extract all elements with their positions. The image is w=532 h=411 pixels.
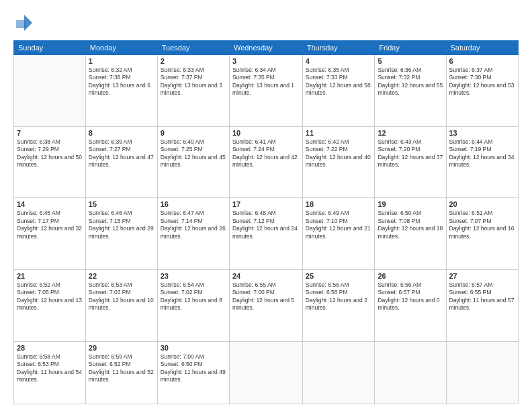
day-info: Sunrise: 6:59 AMSunset: 6:52 PMDaylight:… bbox=[89, 353, 154, 384]
weekday-header-sunday: Sunday bbox=[14, 41, 86, 55]
day-cell bbox=[14, 55, 86, 127]
day-cell: 12Sunrise: 6:43 AMSunset: 7:20 PMDayligh… bbox=[375, 126, 446, 198]
day-cell: 14Sunrise: 6:45 AMSunset: 7:17 PMDayligh… bbox=[14, 198, 86, 270]
day-info: Sunrise: 6:33 AMSunset: 7:37 PMDaylight:… bbox=[161, 66, 226, 97]
weekday-header-tuesday: Tuesday bbox=[157, 41, 229, 55]
day-info: Sunrise: 6:44 AMSunset: 7:19 PMDaylight:… bbox=[449, 138, 516, 169]
day-cell: 13Sunrise: 6:44 AMSunset: 7:19 PMDayligh… bbox=[446, 126, 519, 198]
day-info: Sunrise: 6:37 AMSunset: 7:30 PMDaylight:… bbox=[449, 66, 516, 97]
day-info: Sunrise: 6:57 AMSunset: 6:55 PMDaylight:… bbox=[449, 281, 516, 312]
day-number: 23 bbox=[161, 272, 226, 280]
day-cell bbox=[375, 341, 446, 404]
day-cell: 30Sunrise: 7:00 AMSunset: 6:50 PMDayligh… bbox=[157, 341, 229, 404]
day-number: 28 bbox=[17, 344, 83, 352]
day-cell: 22Sunrise: 6:53 AMSunset: 7:03 PMDayligh… bbox=[85, 269, 157, 341]
day-number: 13 bbox=[449, 129, 516, 137]
day-cell: 20Sunrise: 6:51 AMSunset: 7:07 PMDayligh… bbox=[446, 198, 519, 270]
day-number: 18 bbox=[306, 200, 372, 208]
day-info: Sunrise: 6:54 AMSunset: 7:02 PMDaylight:… bbox=[161, 281, 226, 312]
day-info: Sunrise: 6:43 AMSunset: 7:20 PMDaylight:… bbox=[378, 138, 443, 169]
day-number: 14 bbox=[17, 200, 83, 208]
day-info: Sunrise: 6:41 AMSunset: 7:24 PMDaylight:… bbox=[232, 138, 300, 169]
day-info: Sunrise: 6:58 AMSunset: 6:53 PMDaylight:… bbox=[17, 353, 83, 384]
day-number: 5 bbox=[378, 57, 443, 65]
week-row-2: 7Sunrise: 6:38 AMSunset: 7:29 PMDaylight… bbox=[14, 126, 519, 198]
day-number: 22 bbox=[89, 272, 154, 280]
day-info: Sunrise: 6:56 AMSunset: 6:57 PMDaylight:… bbox=[378, 281, 443, 312]
svg-marker-0 bbox=[24, 15, 32, 31]
day-info: Sunrise: 6:53 AMSunset: 7:03 PMDaylight:… bbox=[89, 281, 154, 312]
day-cell: 7Sunrise: 6:38 AMSunset: 7:29 PMDaylight… bbox=[14, 126, 86, 198]
day-info: Sunrise: 6:55 AMSunset: 7:00 PMDaylight:… bbox=[232, 281, 300, 312]
week-row-3: 14Sunrise: 6:45 AMSunset: 7:17 PMDayligh… bbox=[14, 198, 519, 270]
day-cell: 3Sunrise: 6:34 AMSunset: 7:35 PMDaylight… bbox=[229, 55, 302, 127]
day-cell: 25Sunrise: 6:56 AMSunset: 6:58 PMDayligh… bbox=[302, 269, 375, 341]
weekday-header-row: SundayMondayTuesdayWednesdayThursdayFrid… bbox=[14, 41, 519, 55]
day-cell: 4Sunrise: 6:35 AMSunset: 7:33 PMDaylight… bbox=[302, 55, 375, 127]
weekday-header-wednesday: Wednesday bbox=[229, 41, 302, 55]
day-number: 21 bbox=[17, 272, 83, 280]
logo-icon bbox=[13, 12, 35, 34]
day-info: Sunrise: 6:35 AMSunset: 7:33 PMDaylight:… bbox=[306, 66, 372, 97]
day-cell: 19Sunrise: 6:50 AMSunset: 7:08 PMDayligh… bbox=[375, 198, 446, 270]
weekday-header-monday: Monday bbox=[85, 41, 157, 55]
calendar-table: SundayMondayTuesdayWednesdayThursdayFrid… bbox=[13, 40, 519, 404]
day-number: 16 bbox=[161, 200, 226, 208]
day-cell: 26Sunrise: 6:56 AMSunset: 6:57 PMDayligh… bbox=[375, 269, 446, 341]
week-row-1: 1Sunrise: 6:32 AMSunset: 7:38 PMDaylight… bbox=[14, 55, 519, 127]
day-cell: 29Sunrise: 6:59 AMSunset: 6:52 PMDayligh… bbox=[85, 341, 157, 404]
day-cell bbox=[446, 341, 519, 404]
day-number: 10 bbox=[232, 129, 300, 137]
week-row-5: 28Sunrise: 6:58 AMSunset: 6:53 PMDayligh… bbox=[14, 341, 519, 404]
day-cell: 9Sunrise: 6:40 AMSunset: 7:25 PMDaylight… bbox=[157, 126, 229, 198]
day-number: 11 bbox=[306, 129, 372, 137]
day-info: Sunrise: 6:39 AMSunset: 7:27 PMDaylight:… bbox=[89, 138, 154, 169]
day-number: 19 bbox=[378, 200, 443, 208]
day-cell: 18Sunrise: 6:49 AMSunset: 7:10 PMDayligh… bbox=[302, 198, 375, 270]
day-cell: 24Sunrise: 6:55 AMSunset: 7:00 PMDayligh… bbox=[229, 269, 302, 341]
day-number: 26 bbox=[378, 272, 443, 280]
day-cell: 21Sunrise: 6:52 AMSunset: 7:05 PMDayligh… bbox=[14, 269, 86, 341]
day-info: Sunrise: 6:50 AMSunset: 7:08 PMDaylight:… bbox=[378, 210, 443, 240]
day-info: Sunrise: 6:48 AMSunset: 7:12 PMDaylight:… bbox=[232, 210, 300, 240]
day-number: 3 bbox=[232, 57, 300, 65]
day-number: 12 bbox=[378, 129, 443, 137]
day-number: 25 bbox=[306, 272, 372, 280]
weekday-header-saturday: Saturday bbox=[446, 41, 519, 55]
day-cell: 8Sunrise: 6:39 AMSunset: 7:27 PMDaylight… bbox=[85, 126, 157, 198]
day-info: Sunrise: 6:38 AMSunset: 7:29 PMDaylight:… bbox=[17, 138, 83, 169]
day-cell: 10Sunrise: 6:41 AMSunset: 7:24 PMDayligh… bbox=[229, 126, 302, 198]
day-info: Sunrise: 6:46 AMSunset: 7:15 PMDaylight:… bbox=[89, 210, 154, 240]
day-number: 9 bbox=[161, 129, 226, 137]
day-info: Sunrise: 6:45 AMSunset: 7:17 PMDaylight:… bbox=[17, 210, 83, 240]
logo bbox=[13, 12, 38, 34]
day-cell: 16Sunrise: 6:47 AMSunset: 7:14 PMDayligh… bbox=[157, 198, 229, 270]
weekday-header-thursday: Thursday bbox=[302, 41, 375, 55]
day-info: Sunrise: 6:42 AMSunset: 7:22 PMDaylight:… bbox=[306, 138, 372, 169]
day-info: Sunrise: 6:52 AMSunset: 7:05 PMDaylight:… bbox=[17, 281, 83, 312]
day-number: 20 bbox=[449, 200, 516, 208]
day-cell: 27Sunrise: 6:57 AMSunset: 6:55 PMDayligh… bbox=[446, 269, 519, 341]
day-number: 4 bbox=[306, 57, 372, 65]
day-cell: 17Sunrise: 6:48 AMSunset: 7:12 PMDayligh… bbox=[229, 198, 302, 270]
day-number: 27 bbox=[449, 272, 516, 280]
day-number: 29 bbox=[89, 344, 154, 352]
day-number: 7 bbox=[17, 129, 83, 137]
day-info: Sunrise: 6:56 AMSunset: 6:58 PMDaylight:… bbox=[306, 281, 372, 312]
day-number: 17 bbox=[232, 200, 300, 208]
day-info: Sunrise: 6:32 AMSunset: 7:38 PMDaylight:… bbox=[89, 66, 154, 97]
day-info: Sunrise: 6:34 AMSunset: 7:35 PMDaylight:… bbox=[232, 66, 300, 97]
day-cell: 15Sunrise: 6:46 AMSunset: 7:15 PMDayligh… bbox=[85, 198, 157, 270]
day-number: 8 bbox=[89, 129, 154, 137]
day-number: 24 bbox=[232, 272, 300, 280]
week-row-4: 21Sunrise: 6:52 AMSunset: 7:05 PMDayligh… bbox=[14, 269, 519, 341]
day-info: Sunrise: 6:40 AMSunset: 7:25 PMDaylight:… bbox=[161, 138, 226, 169]
day-number: 1 bbox=[89, 57, 154, 65]
day-cell: 23Sunrise: 6:54 AMSunset: 7:02 PMDayligh… bbox=[157, 269, 229, 341]
day-cell bbox=[229, 341, 302, 404]
day-number: 15 bbox=[89, 200, 154, 208]
day-cell: 5Sunrise: 6:36 AMSunset: 7:32 PMDaylight… bbox=[375, 55, 446, 127]
svg-marker-1 bbox=[16, 20, 26, 28]
day-number: 2 bbox=[161, 57, 226, 65]
day-cell: 28Sunrise: 6:58 AMSunset: 6:53 PMDayligh… bbox=[14, 341, 86, 404]
